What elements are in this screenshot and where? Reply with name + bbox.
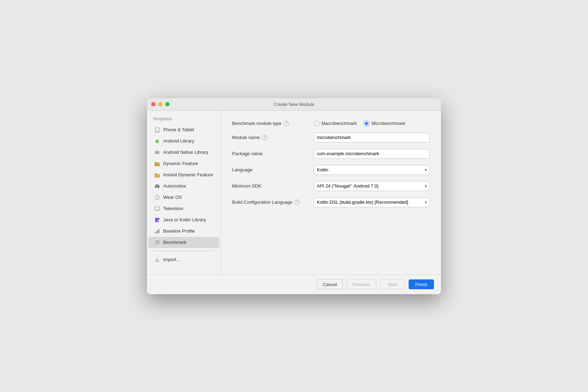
svg-rect-28	[155, 232, 156, 233]
cancel-button[interactable]: Cancel	[317, 279, 343, 289]
minimum-sdk-label: Minimum SDK	[232, 183, 309, 189]
package-name-label: Package name	[232, 151, 309, 156]
benchmark-icon	[154, 239, 160, 246]
sidebar-item-label: Wear OS	[163, 195, 182, 200]
title-bar: Create New Module	[147, 98, 441, 111]
automotive-icon	[154, 183, 160, 189]
sidebar-item-instant-dynamic-feature[interactable]: ⚡ Instant Dynamic Feature	[148, 169, 219, 181]
svg-rect-1	[156, 131, 158, 132]
sidebar-divider	[153, 251, 215, 251]
sidebar-item-label: Baseline Profile	[163, 228, 195, 234]
import-icon	[154, 257, 160, 263]
build-config-select[interactable]: Kotlin DSL (build.gradle.kts) [Recommend…	[314, 197, 430, 207]
sidebar-item-phone-tablet[interactable]: Phone & Tablet	[148, 124, 219, 135]
previous-button[interactable]: Previous	[346, 279, 376, 289]
language-select[interactable]: Kotlin Java	[314, 165, 430, 175]
maximize-button[interactable]	[165, 102, 170, 106]
close-button[interactable]	[151, 102, 155, 106]
benchmark-type-radio-group: Macrobenchmark Microbenchmark	[314, 121, 430, 126]
package-name-input[interactable]	[314, 149, 430, 159]
svg-rect-24	[155, 207, 160, 210]
microbenchmark-radio[interactable]	[364, 121, 369, 126]
svg-point-2	[155, 140, 159, 143]
native-icon	[154, 149, 160, 156]
next-button[interactable]: Next	[380, 279, 405, 289]
baseline-icon	[154, 228, 160, 234]
phone-icon	[154, 127, 160, 133]
instant-icon: ⚡	[154, 172, 160, 178]
dialog-title: Create New Module	[274, 102, 314, 107]
dialog-footer: Cancel Previous Next Finish	[147, 274, 441, 294]
sidebar-item-label: Dynamic Feature	[163, 161, 198, 166]
sidebar-item-automotive[interactable]: Automotive	[148, 181, 219, 192]
svg-line-32	[157, 241, 158, 242]
minimize-button[interactable]	[158, 102, 162, 106]
svg-rect-9	[155, 151, 157, 152]
svg-rect-22	[156, 195, 158, 196]
sidebar-item-label: Television	[163, 206, 183, 211]
package-name-field-wrapper	[314, 149, 430, 159]
sidebar-item-label: Import...	[163, 257, 180, 262]
build-config-help-icon[interactable]: ?	[294, 200, 300, 205]
svg-rect-14	[155, 162, 157, 163]
sidebar-item-dynamic-feature[interactable]: Dynamic Feature	[148, 158, 219, 169]
module-name-help-icon[interactable]: ?	[262, 135, 268, 140]
sidebar: Templates Phone & Tablet	[147, 111, 221, 274]
sidebar-section-label: Templates	[147, 116, 220, 124]
svg-point-3	[156, 140, 157, 141]
macrobenchmark-radio[interactable]	[314, 121, 319, 126]
module-name-field-wrapper	[314, 133, 430, 143]
sidebar-item-import[interactable]: Import...	[148, 254, 219, 265]
svg-rect-13	[155, 163, 160, 166]
macrobenchmark-option[interactable]: Macrobenchmark	[314, 121, 357, 126]
svg-point-21	[155, 195, 159, 199]
language-row: Language Kotlin Java	[232, 165, 430, 175]
minimum-sdk-select[interactable]: API 24 ("Nougat"; Android 7.0) API 21 ("…	[314, 181, 430, 191]
language-select-wrapper: Kotlin Java	[314, 165, 430, 175]
svg-marker-27	[155, 218, 159, 222]
svg-text:⚡: ⚡	[156, 174, 159, 177]
sidebar-item-baseline-profile[interactable]: Baseline Profile	[148, 226, 219, 237]
module-name-input[interactable]	[314, 133, 430, 143]
benchmark-module-type-row: Benchmark module type ? Macrobenchmark M…	[232, 121, 430, 126]
finish-button[interactable]: Finish	[409, 279, 434, 289]
sidebar-item-wear-os[interactable]: Wear OS	[148, 192, 219, 203]
svg-rect-30	[158, 229, 159, 233]
sidebar-item-benchmark[interactable]: Benchmark	[148, 237, 219, 248]
svg-point-19	[155, 187, 156, 188]
sidebar-item-android-native-library[interactable]: Android Native Library	[148, 147, 219, 158]
language-label: Language	[232, 167, 309, 172]
microbenchmark-option[interactable]: Microbenchmark	[364, 121, 405, 126]
svg-rect-23	[156, 199, 158, 200]
android-icon	[154, 138, 160, 144]
sidebar-item-label: Android Library	[163, 138, 194, 144]
dynamic-icon	[154, 160, 160, 167]
minimum-sdk-select-wrapper: API 24 ("Nougat"; Android 7.0) API 21 ("…	[314, 181, 430, 191]
sidebar-item-label: Instant Dynamic Feature	[163, 172, 213, 177]
kotlin-icon	[154, 217, 160, 223]
wearos-icon	[154, 194, 160, 201]
build-config-select-wrapper: Kotlin DSL (build.gradle.kts) [Recommend…	[314, 197, 430, 207]
svg-rect-10	[155, 152, 157, 152]
sidebar-item-label: Java or Kotlin Library	[163, 217, 206, 222]
build-config-label: Build Configuration Language ?	[232, 200, 309, 205]
sidebar-item-java-kotlin-library[interactable]: Java or Kotlin Library	[148, 214, 219, 226]
sidebar-item-label: Benchmark	[163, 240, 186, 245]
module-name-row: Module name ?	[232, 133, 430, 143]
svg-line-6	[158, 139, 159, 140]
sidebar-item-label: Automotive	[163, 183, 186, 189]
svg-point-20	[158, 187, 159, 188]
benchmark-module-type-label: Benchmark module type ?	[232, 121, 309, 126]
svg-line-5	[156, 139, 156, 140]
sidebar-item-android-library[interactable]: Android Library	[148, 135, 219, 147]
benchmark-type-help-icon[interactable]: ?	[283, 121, 289, 126]
module-name-label: Module name ?	[232, 135, 309, 140]
tv-icon	[154, 206, 160, 212]
create-new-module-dialog: Create New Module Templates Phone & Tabl…	[147, 98, 441, 294]
svg-rect-11	[158, 151, 159, 152]
build-config-row: Build Configuration Language ? Kotlin DS…	[232, 197, 430, 207]
main-content: Benchmark module type ? Macrobenchmark M…	[221, 111, 441, 274]
macrobenchmark-label: Macrobenchmark	[321, 121, 357, 126]
sidebar-item-label: Phone & Tablet	[163, 127, 194, 132]
sidebar-item-television[interactable]: Television	[148, 203, 219, 214]
